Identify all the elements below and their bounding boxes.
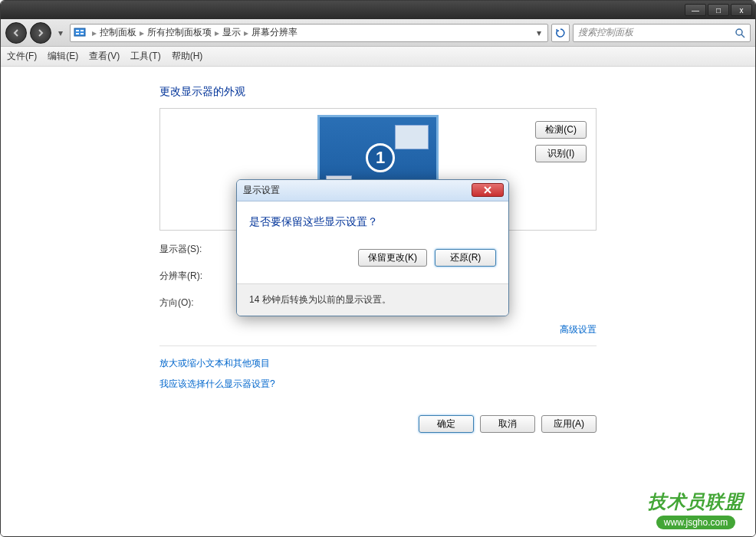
addressbar-row: ▾ ▸ 控制面板 ▸ 所有控制面板项 ▸ 显示 ▸ 屏幕分辨率 ▾ 搜索控制面板 — [1, 19, 755, 47]
breadcrumb-separator-icon: ▸ — [140, 28, 144, 38]
breadcrumb-separator-icon: ▸ — [215, 28, 219, 38]
breadcrumb-display[interactable]: 显示 — [222, 26, 241, 39]
menu-view[interactable]: 查看(V) — [89, 50, 120, 63]
svg-rect-3 — [76, 33, 79, 34]
history-dropdown-icon[interactable]: ▾ — [54, 25, 67, 41]
search-input[interactable]: 搜索控制面板 — [573, 24, 751, 42]
control-panel-icon — [74, 27, 86, 39]
menubar: 文件(F) 编辑(E) 查看(V) 工具(T) 帮助(H) — [1, 47, 755, 67]
label-resolution: 分辨率(R): — [159, 270, 236, 283]
breadcrumb-all-items[interactable]: 所有控制面板项 — [147, 26, 212, 39]
breadcrumb-separator-icon: ▸ — [244, 28, 248, 38]
which-settings-link[interactable]: 我应该选择什么显示器设置? — [159, 378, 597, 391]
window-close-button[interactable]: x — [731, 4, 752, 16]
revert-button[interactable]: 还原(R) — [435, 249, 496, 267]
ok-button[interactable]: 确定 — [419, 415, 474, 433]
dialog-message: 是否要保留这些显示设置？ — [249, 215, 496, 229]
keep-changes-button[interactable]: 保留更改(K) — [358, 249, 427, 267]
titlebar: — □ x — [1, 1, 755, 19]
cancel-button[interactable]: 取消 — [480, 415, 535, 433]
divider — [159, 345, 597, 346]
back-button[interactable] — [5, 22, 27, 44]
maximize-button[interactable]: □ — [708, 4, 729, 16]
svg-line-6 — [741, 34, 744, 38]
menu-tools[interactable]: 工具(T) — [130, 50, 160, 63]
address-dropdown-icon[interactable]: ▾ — [534, 28, 544, 38]
addressbar[interactable]: ▸ 控制面板 ▸ 所有控制面板项 ▸ 显示 ▸ 屏幕分辨率 ▾ — [70, 24, 548, 42]
svg-rect-2 — [81, 30, 84, 31]
advanced-settings-link[interactable]: 高级设置 — [560, 324, 597, 335]
apply-button[interactable]: 应用(A) — [541, 415, 597, 433]
menu-help[interactable]: 帮助(H) — [172, 50, 203, 63]
label-orientation: 方向(O): — [159, 296, 236, 309]
watermark-url: www.jsgho.com — [656, 516, 735, 529]
detect-button[interactable]: 检测(C) — [535, 121, 587, 139]
preview-window-icon — [395, 125, 429, 149]
watermark-name: 技术员联盟 — [648, 490, 744, 514]
menu-file[interactable]: 文件(F) — [7, 50, 37, 63]
search-icon — [735, 28, 745, 38]
monitor-number-badge: 1 — [366, 143, 395, 172]
display-settings-dialog: 显示设置 是否要保留这些显示设置？ 保留更改(K) 还原(R) 14 秒钟后转换… — [236, 179, 509, 316]
refresh-button[interactable] — [551, 24, 570, 42]
svg-rect-0 — [74, 28, 85, 36]
breadcrumb-root[interactable]: 控制面板 — [100, 26, 136, 39]
breadcrumb-current: 屏幕分辨率 — [251, 26, 297, 39]
dialog-countdown: 14 秒钟后转换为以前的显示设置。 — [237, 283, 508, 316]
svg-rect-4 — [81, 33, 84, 34]
page-title: 更改显示器的外观 — [159, 85, 597, 99]
label-monitor: 显示器(S): — [159, 243, 236, 256]
identify-button[interactable]: 识别(I) — [535, 145, 587, 162]
breadcrumb-separator-icon: ▸ — [92, 28, 97, 38]
dialog-titlebar[interactable]: 显示设置 — [237, 180, 508, 201]
minimize-button[interactable]: — — [685, 4, 706, 16]
scale-text-link[interactable]: 放大或缩小文本和其他项目 — [159, 357, 597, 370]
search-placeholder: 搜索控制面板 — [578, 26, 633, 39]
svg-rect-1 — [76, 30, 79, 31]
watermark: 技术员联盟 www.jsgho.com — [648, 490, 744, 529]
dialog-title-text: 显示设置 — [243, 184, 280, 197]
menu-edit[interactable]: 编辑(E) — [48, 50, 78, 63]
dialog-close-button[interactable] — [472, 183, 504, 197]
forward-button[interactable] — [30, 22, 51, 44]
svg-point-5 — [736, 29, 742, 35]
